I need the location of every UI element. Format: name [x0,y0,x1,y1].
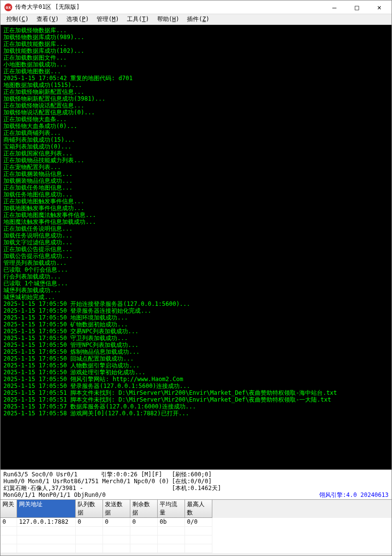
status-npc: 幻翼石雕·石像人,37/3981 - [3,485,172,492]
console-line: 已读取 1个城堡信息... [3,280,389,287]
gateway-table-body: 0127.0.0.1:78820000b0/0 [0,518,392,553]
table-cell: 0 [130,518,158,527]
console-line: 商铺列表加载成功(15)... [3,136,389,143]
console-line: 加载文字过滤信息成功... [3,239,389,246]
table-cell [17,535,76,544]
console-line: 正在加载地图数据... [3,68,389,75]
console-line: 小地图数据加载成功... [3,61,389,68]
status-run: Run63/5 Soc0/0 Usr0/1 [3,471,101,478]
table-row[interactable] [0,527,392,535]
console-output: 正在加载怪物数据库...加载怪物数据库成功(989)...正在加载技能数据库..… [0,25,392,470]
table-cell [0,535,17,544]
console-line: 正在加载物品技能威力列表... [3,157,389,164]
console-line: 2025-1-15 17:05:50 游戏处理引擎初始化成功... [3,369,389,376]
console-line: 2025-1-15 17:05:50 管理NPC列表加载成功... [3,342,389,348]
table-cell [0,544,17,553]
console-line: 正在加载数据图文件... [3,54,389,61]
menu-v[interactable]: 查看(V) [33,14,63,24]
table-cell: 127.0.0.1:7882 [17,518,76,527]
table-cell [185,535,212,544]
console-line: 加载地图触发事件信息成功... [3,205,389,212]
col-header[interactable]: 队列数据 [76,500,103,518]
console-line: 加载怪物说话配置信息成功(0)... [3,109,389,116]
table-cell [185,544,212,553]
console-line: 正在加载怪物说话配置信息... [3,102,389,109]
table-row[interactable] [0,544,392,553]
col-header[interactable]: 网关 [0,500,17,518]
console-line: 正在加载地图触发事件信息... [3,198,389,205]
status-mong: MonG0/1/1 MonP0/1/1 ObjRun0/0 [3,492,172,498]
table-row[interactable]: 0127.0.0.1:78820000b0/0 [0,518,392,527]
console-line: 加载怪物数据库成功(989)... [3,34,389,41]
menu-m[interactable]: 管理(M) [93,14,123,24]
table-cell: 0 [103,518,130,527]
table-cell [103,527,130,535]
console-line: 正在加载地图魔法触发事件信息... [3,212,389,218]
console-line: 行会列表加载成功... [3,273,389,280]
console-line: 2025-1-15 17:05:50 回城点配置加载成功... [3,355,389,362]
table-cell [103,544,130,553]
status-mob: [刷怪:600;0] [172,471,389,478]
table-cell [130,544,158,553]
console-line: 正在加载怪物数据库... [3,27,389,34]
console-line: 2025-1-15 17:05:50 登录服务器(127.0.0.1:5600)… [3,383,389,389]
engine-version: 翎风引擎:4.0 20240613 [172,492,389,498]
console-line: 正在加载怪物大血条... [3,116,389,123]
console-line: 2025-1-15 17:05:50 守卫列表加载成功... [3,335,389,342]
col-header[interactable]: 平均流量 [158,500,185,518]
close-button[interactable]: ✕ [368,0,391,14]
menu-p[interactable]: 选项(P) [62,14,93,24]
console-line: 地图魔法触发事件信息加载成功... [3,218,389,225]
menu-h[interactable]: 帮助(H) [153,14,184,24]
col-header[interactable]: 剩余数据 [130,500,158,518]
table-cell [103,535,130,544]
menubar: 控制(C)查看(V)选项(P)管理(M)工具(T)帮助(H)插件(Z) [0,14,392,25]
console-line: 正在加载任务说明信息... [3,225,389,232]
console-line: 正在加载公告提示信息... [3,246,389,253]
table-cell [158,535,185,544]
table-cell [130,535,158,544]
table-cell [158,527,185,535]
console-line: 2025-1-15 17:05:50 矿物数据初始成功... [3,321,389,328]
console-line: 加载公告提示信息成功... [3,253,389,259]
console-line: 管理员列表加载成功... [3,259,389,266]
menu-z[interactable]: 插件(Z) [183,14,213,24]
console-line: 2025-1-15 17:05:50 人物数据引擎启动成功... [3,362,389,369]
console-line: 宝箱列表加载成功(0)... [3,143,389,150]
titlebar: ox 传奇大学01区 [无限版] — □ ✕ [0,0,392,14]
col-header[interactable]: 网关地址 [17,500,76,518]
console-line: 2025-1-15 17:05:50 交易NPC列表加载成功... [3,328,389,335]
table-cell: 0 [0,518,17,527]
table-cell: 0 [76,518,103,527]
console-line: 2025-1-15 17:05:51 脚本文件未找到: D:\MirServer… [3,389,389,396]
console-line: 正在加载任务地图信息... [3,184,389,191]
console-line: 2025-1-15 17:05:51 脚本文件未找到: D:\MirServer… [3,396,389,403]
console-line: 加载捆装物品信息成功... [3,177,389,184]
col-header[interactable]: 最高人数 [185,500,212,518]
table-cell [185,527,212,535]
status-local: [本机:0.1462天] [172,485,389,492]
console-line: 加载技能数据库成功(102)... [3,47,389,54]
console-line: 加载怪物大血条成功(0)... [3,123,389,129]
gateway-table-header: 网关网关地址队列数据发送数据剩余数据平均流量最高人数 [0,499,392,518]
console-line: 2025-1-15 17:05:50 翎风引擎网站: http://www.Ha… [3,376,389,383]
col-header[interactable]: 发送数据 [103,500,130,518]
window-title: 传奇大学01区 [无限版] [15,3,323,11]
menu-c[interactable]: 控制(C) [2,14,33,24]
status-engine-time: 引擎:0:0:26 [M][F] [101,471,172,478]
console-line: 地图数据加载成功(1515)... [3,82,389,88]
minimize-button[interactable]: — [323,0,346,14]
console-line: 正在加载国家信息列表... [3,150,389,157]
status-hum: Hum0/0 Mon0/1 UsrRot86/1751 Merch0/1 Npc… [3,478,172,485]
console-line: 加载任务说明信息成功... [3,232,389,239]
status-panel: Run63/5 Soc0/0 Usr0/1 引擎:0:0:26 [M][F] [… [0,470,392,499]
menu-t[interactable]: 工具(T) [123,14,153,24]
console-line: 加载怪物刷新配置信息成功(3981)... [3,95,389,102]
console-line: 正在加载技能数据库... [3,41,389,47]
maximize-button[interactable]: □ [346,0,368,14]
console-line: 城堡城初始完成... [3,294,389,300]
console-line: 正在加载商铺列表... [3,129,389,136]
console-line: 正在宠物配置列表... [3,164,389,171]
console-line: 2025-1-15 17:05:50 地图环境加载成功... [3,314,389,321]
table-row[interactable] [0,535,392,544]
